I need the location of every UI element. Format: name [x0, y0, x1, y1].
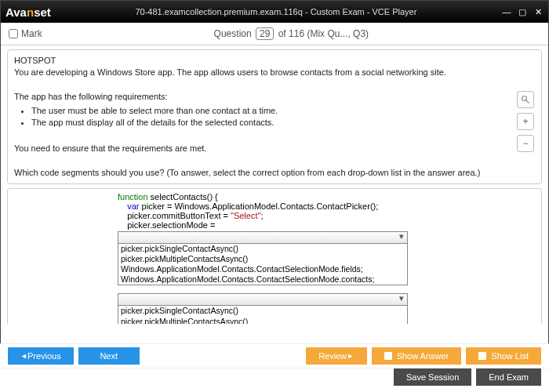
magnifier-icon[interactable]: [517, 91, 534, 108]
show-list-button[interactable]: Show List: [466, 347, 541, 365]
save-session-button[interactable]: Save Session: [394, 368, 471, 386]
next-button[interactable]: Next: [78, 347, 140, 365]
dropdown-option[interactable]: Windows.ApplicationModel.Contacts.Contac…: [118, 274, 407, 285]
dropdown-option[interactable]: picker.pickSingleContactAsync(): [118, 244, 407, 254]
svg-line-1: [526, 100, 529, 103]
review-button[interactable]: Review: [306, 347, 367, 365]
window-title: 70-481.examcollection.premium.exam.116q …: [51, 7, 501, 16]
show-answer-button[interactable]: Show Answer: [372, 347, 462, 365]
dropdown-1[interactable]: [118, 231, 408, 244]
answer-code-area: function selectContacts() { var picker =…: [7, 188, 542, 324]
maximize-button[interactable]: ▢: [517, 7, 528, 17]
dropdown-option[interactable]: picker.pickMultipleContactsAsync(): [118, 254, 407, 264]
dropdown-1-options: picker.pickSingleContactAsync() picker.p…: [118, 244, 408, 286]
question-position: Question 29 of 116 (Mix Qu..., Q3): [42, 27, 540, 40]
question-text: HOTSPOT You are developing a Windows Sto…: [7, 49, 542, 184]
dropdown-option[interactable]: Windows.ApplicationModel.Contacts.Contac…: [118, 264, 407, 274]
dropdown-2[interactable]: [118, 293, 408, 306]
dropdown-option[interactable]: picker.pickSingleContactAsync(): [118, 306, 407, 316]
svg-point-0: [522, 96, 527, 101]
close-button[interactable]: ✕: [533, 7, 544, 17]
app-logo: Avanset: [5, 5, 51, 19]
dropdown-2-options: picker.pickSingleContactAsync() picker.p…: [118, 306, 408, 324]
dropdown-option[interactable]: picker.pickMultipleContactsAsync(): [118, 317, 407, 324]
mark-checkbox-label[interactable]: Mark: [9, 28, 42, 39]
minimize-button[interactable]: —: [501, 7, 512, 17]
zoom-in-button[interactable]: +: [517, 113, 534, 130]
previous-button[interactable]: Previous: [8, 347, 74, 365]
zoom-out-button[interactable]: −: [517, 135, 534, 152]
question-number: 29: [256, 27, 274, 40]
mark-checkbox[interactable]: [9, 29, 18, 38]
end-exam-button[interactable]: End Exam: [476, 368, 541, 386]
